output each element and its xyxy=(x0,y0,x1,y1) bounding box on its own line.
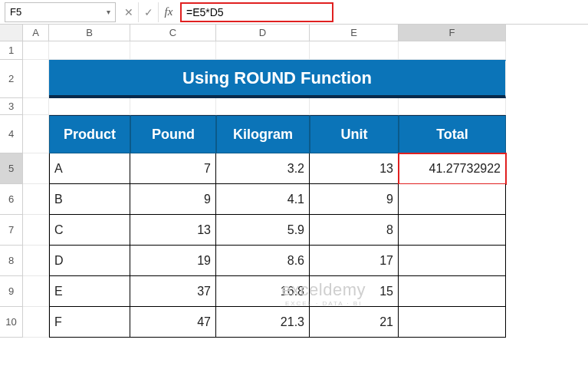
cell-B5[interactable]: A xyxy=(49,153,130,184)
row-header-5[interactable]: 5 xyxy=(0,153,23,184)
cell-C3[interactable] xyxy=(130,98,216,115)
cell-E9[interactable]: 15 xyxy=(310,276,399,307)
cell-B6[interactable]: B xyxy=(49,184,130,215)
row-header-10[interactable]: 10 xyxy=(0,307,23,338)
row-3: 3 xyxy=(0,98,588,115)
cell-E1[interactable] xyxy=(310,41,399,60)
header-pound[interactable]: Pound xyxy=(130,115,216,153)
cell-F10[interactable] xyxy=(399,307,506,338)
cell-E7[interactable]: 8 xyxy=(310,215,399,246)
col-header-A[interactable]: A xyxy=(23,25,49,41)
cell-C5[interactable]: 7 xyxy=(130,153,216,184)
check-icon: ✓ xyxy=(144,6,153,18)
cell-E10[interactable]: 21 xyxy=(310,307,399,338)
row-header-7[interactable]: 7 xyxy=(0,215,23,246)
cell-D7[interactable]: 5.9 xyxy=(216,215,310,246)
row-header-1[interactable]: 1 xyxy=(0,41,23,60)
name-box[interactable]: F5 ▾ xyxy=(5,2,116,22)
header-kilogram[interactable]: Kilogram xyxy=(216,115,310,153)
cell-B10[interactable]: F xyxy=(49,307,130,338)
cell-C9[interactable]: 37 xyxy=(130,276,216,307)
row-2: 2 Using ROUND Function xyxy=(0,60,588,98)
cell-B8[interactable]: D xyxy=(49,246,130,276)
cell-C7[interactable]: 13 xyxy=(130,215,216,246)
row-header-4[interactable]: 4 xyxy=(0,115,23,153)
cell-E6[interactable]: 9 xyxy=(310,184,399,215)
cell-E3[interactable] xyxy=(310,98,399,115)
cell-A6[interactable] xyxy=(23,184,49,215)
title-cell[interactable]: Using ROUND Function xyxy=(49,60,506,98)
header-product[interactable]: Product xyxy=(49,115,130,153)
chevron-down-icon[interactable]: ▾ xyxy=(107,8,110,16)
cell-A9[interactable] xyxy=(23,276,49,307)
cell-A8[interactable] xyxy=(23,246,49,276)
name-box-value: F5 xyxy=(10,6,21,18)
col-header-B[interactable]: B xyxy=(49,25,130,41)
cell-D6[interactable]: 4.1 xyxy=(216,184,310,215)
row-10: 10 F 47 21.3 21 xyxy=(0,307,588,338)
cell-D8[interactable]: 8.6 xyxy=(216,246,310,276)
header-total[interactable]: Total xyxy=(399,115,506,153)
row-9: 9 E 37 16.8 15 xyxy=(0,276,588,307)
cell-E5[interactable]: 13 xyxy=(310,153,399,184)
row-header-8[interactable]: 8 xyxy=(0,246,23,276)
row-1: 1 xyxy=(0,41,588,60)
cell-F9[interactable] xyxy=(399,276,506,307)
row-4: 4 Product Pound Kilogram Unit Total xyxy=(0,115,588,153)
cell-C6[interactable]: 9 xyxy=(130,184,216,215)
cell-A2[interactable] xyxy=(23,60,49,98)
cell-B9[interactable]: E xyxy=(49,276,130,307)
formula-bar: F5 ▾ ✕ ✓ fx =E5*D5 xyxy=(0,0,588,25)
fx-icon: fx xyxy=(165,5,173,18)
cell-A7[interactable] xyxy=(23,215,49,246)
cell-A10[interactable] xyxy=(23,307,49,338)
cell-D9[interactable]: 16.8 xyxy=(216,276,310,307)
select-all-corner[interactable] xyxy=(0,25,23,41)
cell-D3[interactable] xyxy=(216,98,310,115)
cell-C10[interactable]: 47 xyxy=(130,307,216,338)
spreadsheet: A B C D E F 1 2 Using ROUND Function 3 4 xyxy=(0,25,588,338)
cell-B1[interactable] xyxy=(49,41,130,60)
formula-text: =E5*D5 xyxy=(186,6,224,18)
cell-D1[interactable] xyxy=(216,41,310,60)
cell-F6[interactable] xyxy=(399,184,506,215)
cell-D10[interactable]: 21.3 xyxy=(216,307,310,338)
header-unit[interactable]: Unit xyxy=(310,115,399,153)
insert-function-button[interactable]: fx xyxy=(159,2,179,22)
col-header-C[interactable]: C xyxy=(130,25,216,41)
cell-A4[interactable] xyxy=(23,115,49,153)
cell-F7[interactable] xyxy=(399,215,506,246)
cell-C8[interactable]: 19 xyxy=(130,246,216,276)
column-headers: A B C D E F xyxy=(0,25,588,41)
cell-F1[interactable] xyxy=(399,41,506,60)
cell-D5[interactable]: 3.2 xyxy=(216,153,310,184)
col-header-F[interactable]: F xyxy=(399,25,506,41)
col-header-D[interactable]: D xyxy=(216,25,310,41)
cell-F3[interactable] xyxy=(399,98,506,115)
col-header-E[interactable]: E xyxy=(310,25,399,41)
row-header-9[interactable]: 9 xyxy=(0,276,23,307)
x-icon: ✕ xyxy=(124,6,133,18)
row-header-6[interactable]: 6 xyxy=(0,184,23,215)
cell-E8[interactable]: 17 xyxy=(310,246,399,276)
cancel-formula-button[interactable]: ✕ xyxy=(119,2,139,22)
page-title: Using ROUND Function xyxy=(182,68,372,88)
cell-A5[interactable] xyxy=(23,153,49,184)
cell-B3[interactable] xyxy=(49,98,130,115)
cell-A3[interactable] xyxy=(23,98,49,115)
formula-input[interactable]: =E5*D5 xyxy=(180,2,333,22)
row-5: 5 A 7 3.2 13 41.27732922 xyxy=(0,153,588,184)
row-7: 7 C 13 5.9 8 xyxy=(0,215,588,246)
confirm-formula-button[interactable]: ✓ xyxy=(139,2,159,22)
row-6: 6 B 9 4.1 9 xyxy=(0,184,588,215)
cell-F5[interactable]: 41.27732922 xyxy=(399,153,506,184)
cell-B7[interactable]: C xyxy=(49,215,130,246)
row-8: 8 D 19 8.6 17 xyxy=(0,246,588,276)
row-header-2[interactable]: 2 xyxy=(0,60,23,98)
row-header-3[interactable]: 3 xyxy=(0,98,23,115)
cell-A1[interactable] xyxy=(23,41,49,60)
cell-F8[interactable] xyxy=(399,246,506,276)
cell-C1[interactable] xyxy=(130,41,216,60)
